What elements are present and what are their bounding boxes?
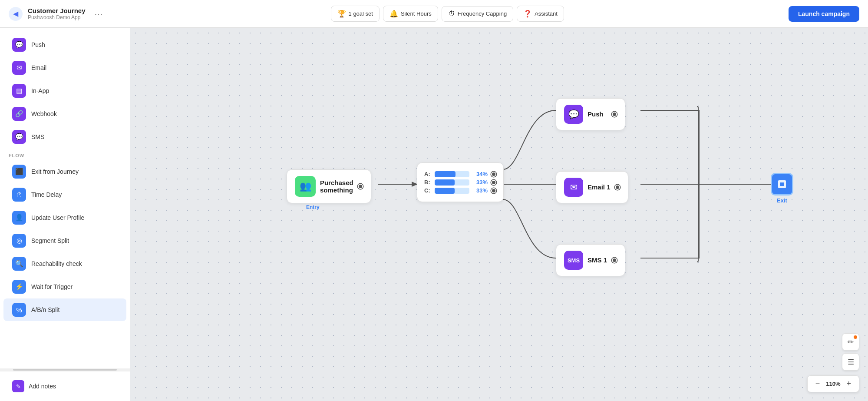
sms-node-label: SMS 1 xyxy=(587,256,607,265)
sidebar-item-exit[interactable]: ⬛ Exit from Journey xyxy=(3,160,126,183)
sidebar-label-email: Email xyxy=(31,64,46,71)
sidebar-label-updateprofile: Update User Profile xyxy=(31,214,84,221)
flow-section-label: FLOW xyxy=(0,149,130,160)
app-subtitle: Pushwoosh Demo App xyxy=(28,14,86,20)
ab-pct-a: 34% xyxy=(473,171,488,177)
ab-bar-bg-c xyxy=(435,188,469,194)
email-icon: ✉ xyxy=(12,61,26,75)
launch-campaign-button[interactable]: Launch campaign xyxy=(789,6,859,22)
sidebar-item-updateprofile[interactable]: 👤 Update User Profile xyxy=(3,206,126,229)
goal-icon: 🏆 xyxy=(337,10,346,18)
sidebar-item-timedelay[interactable]: ⏱ Time Delay xyxy=(3,183,126,206)
ab-output-b xyxy=(491,180,496,185)
zoom-level: 110% xyxy=(826,381,840,387)
sms-icon: 💬 xyxy=(12,130,26,144)
ab-split-node[interactable]: A: 34% B: 33% C: 33% xyxy=(417,162,504,202)
segmentsplit-icon: ◎ xyxy=(12,234,26,248)
exit-flow-icon: ⬛ xyxy=(12,165,26,179)
more-button[interactable]: ⋯ xyxy=(91,7,106,21)
sidebar-label-inapp: In-App xyxy=(31,87,49,94)
app-info: Customer Journey Pushwoosh Demo App xyxy=(28,7,86,20)
silent-icon: 🔔 xyxy=(389,10,398,18)
sidebar: 💬 Push ✉ Email ▤ In-App 🔗 Webhook 💬 SMS … xyxy=(0,28,130,401)
edit-badge xyxy=(854,335,857,339)
sidebar-item-email[interactable]: ✉ Email xyxy=(3,56,126,79)
push-icon: 💬 xyxy=(12,38,26,52)
silent-label: Silent Hours xyxy=(401,10,432,17)
ab-bar-fill-a xyxy=(435,171,455,177)
ab-label-b: B: xyxy=(424,179,431,186)
push-node[interactable]: 💬 Push xyxy=(556,98,625,130)
silent-hours-button[interactable]: 🔔 Silent Hours xyxy=(383,6,438,22)
email-node-label: Email 1 xyxy=(587,183,611,192)
ab-bar-fill-b xyxy=(435,179,455,186)
waittrigger-icon: ⚡ xyxy=(12,280,26,294)
entry-node-output-dot xyxy=(358,184,363,189)
sidebar-item-webhook[interactable]: 🔗 Webhook xyxy=(3,103,126,125)
email-node[interactable]: ✉ Email 1 xyxy=(556,171,628,203)
sms-node-output-dot xyxy=(612,258,617,263)
push-node-output-dot xyxy=(612,112,617,117)
canvas-tools: ✏ ☰ xyxy=(842,333,859,371)
sidebar-item-segmentsplit[interactable]: ◎ Segment Split xyxy=(3,229,126,252)
app-title: Customer Journey xyxy=(28,7,86,14)
sms-node[interactable]: SMS SMS 1 xyxy=(556,244,625,276)
entry-label-wrap: Purchasedsomething xyxy=(320,179,353,194)
freq-label: Frequency Capping xyxy=(458,10,507,17)
zoom-in-button[interactable]: + xyxy=(844,378,854,389)
sidebar-item-inapp[interactable]: ▤ In-App xyxy=(3,80,126,102)
edit-tool-button[interactable]: ✏ xyxy=(842,333,859,351)
ab-output-a xyxy=(491,172,496,177)
connector-box-right xyxy=(697,106,699,262)
add-notes-label: Add notes xyxy=(29,383,56,390)
assistant-button[interactable]: ❓ Assistant xyxy=(517,6,564,22)
topbar-right: Launch campaign xyxy=(789,6,859,22)
inapp-icon: ▤ xyxy=(12,84,26,98)
ab-row-c: C: 33% xyxy=(424,187,496,194)
goal-button[interactable]: 🏆 1 goal set xyxy=(331,6,380,22)
sidebar-label-reachability: Reachability check xyxy=(31,260,82,267)
sidebar-hscroll-thumb xyxy=(13,369,117,371)
entry-node-icon: 👥 xyxy=(295,176,316,197)
sidebar-label-exit: Exit from Journey xyxy=(31,168,79,175)
canvas[interactable]: 👥 Purchasedsomething Entry A: 34% B: xyxy=(130,28,868,401)
exit-node[interactable]: Exit xyxy=(771,173,793,204)
add-notes-button[interactable]: ✎ Add notes xyxy=(7,377,123,396)
canvas-connectors xyxy=(130,28,868,401)
sidebar-item-sms[interactable]: 💬 SMS xyxy=(3,126,126,148)
ab-pct-c: 33% xyxy=(473,187,488,194)
ab-label-c: C: xyxy=(424,187,431,194)
topbar-left: ◀ Customer Journey Pushwoosh Demo App ⋯ xyxy=(9,7,106,21)
abntest-icon: % xyxy=(12,303,26,317)
back-button[interactable]: ◀ xyxy=(9,7,23,21)
entry-node-label: Purchasedsomething xyxy=(320,179,353,194)
ab-pct-b: 33% xyxy=(473,179,488,186)
sidebar-label-segmentsplit: Segment Split xyxy=(31,237,69,244)
frequency-capping-button[interactable]: ⏱ Frequency Capping xyxy=(442,6,513,22)
topbar-center: 🏆 1 goal set 🔔 Silent Hours ⏱ Frequency … xyxy=(331,6,564,22)
reachability-icon: 🔍 xyxy=(12,257,26,271)
sidebar-item-push[interactable]: 💬 Push xyxy=(3,33,126,56)
entry-node[interactable]: 👥 Purchasedsomething xyxy=(287,169,371,203)
timedelay-icon: ⏱ xyxy=(12,188,26,202)
sidebar-label-push: Push xyxy=(31,41,45,48)
sidebar-item-reachability[interactable]: 🔍 Reachability check xyxy=(3,252,126,275)
ab-bar-bg-b xyxy=(435,179,469,186)
sidebar-label-timedelay: Time Delay xyxy=(31,191,62,198)
email-node-icon: ✉ xyxy=(564,178,583,197)
sidebar-item-waittrigger[interactable]: ⚡ Wait for Trigger xyxy=(3,275,126,298)
sidebar-scroll: 💬 Push ✉ Email ▤ In-App 🔗 Webhook 💬 SMS … xyxy=(0,28,130,368)
push-node-icon: 💬 xyxy=(564,105,583,124)
sidebar-label-webhook: Webhook xyxy=(31,110,57,117)
ab-output-c xyxy=(491,188,496,193)
list-tool-button[interactable]: ☰ xyxy=(842,353,859,371)
exit-node-label: Exit xyxy=(777,197,787,204)
goal-label: 1 goal set xyxy=(349,10,373,17)
sidebar-item-abntest[interactable]: % A/B/n Split xyxy=(3,298,126,321)
assistant-icon: ❓ xyxy=(523,10,532,18)
ab-label-a: A: xyxy=(424,171,431,177)
zoom-out-button[interactable]: − xyxy=(813,378,823,389)
sidebar-label-abntest: A/B/n Split xyxy=(31,306,59,313)
ab-bar-bg-a xyxy=(435,171,469,177)
ab-row-b: B: 33% xyxy=(424,179,496,186)
